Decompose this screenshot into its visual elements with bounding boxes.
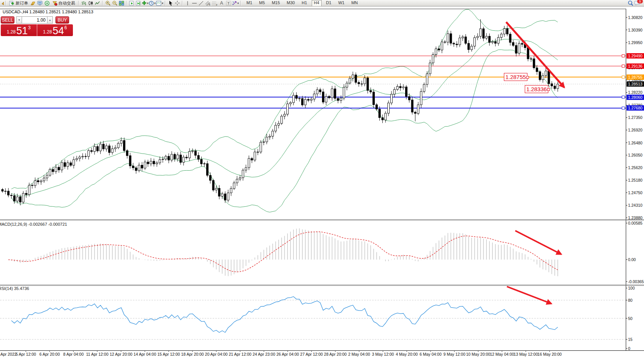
buy-button[interactable]: BUY	[55, 16, 69, 24]
candlestick-chart-icon[interactable]	[87, 0, 94, 6]
trend-arrow-rsi[interactable]	[507, 287, 551, 304]
autotrade-label: 自动交易	[58, 0, 75, 6]
rsi-line	[11, 297, 558, 333]
time-axis-label: 5 Apr 12:00	[16, 352, 36, 356]
timeframe-h1[interactable]: H1	[299, 0, 309, 6]
timeframe-mn[interactable]: MN	[349, 0, 360, 6]
vertical-line-icon[interactable]	[184, 0, 191, 6]
separator	[165, 1, 166, 6]
time-axis-label: 11 Apr 12:00	[86, 352, 109, 356]
gold-icon[interactable]	[30, 0, 36, 6]
autotrade-button[interactable]: 自动交易	[51, 0, 77, 6]
trendline-icon[interactable]	[198, 0, 204, 6]
line-handle[interactable]	[622, 76, 625, 78]
chart-canvas	[0, 0, 644, 358]
axis-tick-label: 0.00585	[628, 221, 642, 225]
separator	[5, 1, 6, 6]
volume-input[interactable]	[22, 16, 47, 24]
time-axis-label: 4 May 20:00	[396, 352, 418, 356]
timeframe-m5[interactable]: M5	[257, 0, 267, 6]
chat-icon[interactable]: 1	[634, 0, 641, 6]
axis-tick-label: 1.26920	[628, 128, 642, 132]
triangle-up-icon: ▲	[49, 19, 51, 21]
shapes-icon[interactable]: ▾	[232, 0, 239, 6]
sell-price[interactable]: 1.28513	[1, 24, 37, 36]
buy-price[interactable]: 1.28546	[37, 24, 73, 36]
axis-tick-label: 80	[628, 298, 633, 303]
crosshair-icon[interactable]	[174, 0, 180, 6]
new-order-icon	[9, 1, 14, 6]
indicators-add-icon[interactable]: ▾	[142, 0, 148, 6]
axis-tick-label: 1.30820	[628, 15, 642, 20]
time-axis-label: 8 Apr 04:00	[63, 352, 84, 356]
time-axis-label: Apr 2022	[0, 352, 17, 356]
trend-arrows[interactable]	[506, 22, 564, 304]
timeframe-d1[interactable]: D1	[324, 0, 334, 6]
timeframe-h4[interactable]: H4	[312, 0, 322, 6]
terminal-icon[interactable]	[37, 0, 43, 6]
sell-button[interactable]: SELL	[1, 16, 14, 24]
timeframe-m30[interactable]: M30	[284, 0, 297, 6]
fibonacci-icon[interactable]: E	[205, 0, 211, 6]
timeframe-switcher: M1M5M15M30H1H4D1W1MN	[244, 0, 360, 6]
pane-frames	[0, 9, 644, 351]
axis-tick-label: 1.26050	[628, 153, 642, 157]
volume-increase-button[interactable]: ▲	[47, 16, 53, 24]
tile-windows-icon[interactable]	[118, 0, 125, 6]
triangle-down-icon: ▼	[18, 19, 21, 21]
clipped-icon[interactable]	[1, 0, 4, 6]
horizontal-line-icon[interactable]	[191, 0, 197, 6]
text-label-icon[interactable]: T	[225, 0, 232, 6]
line-chart-icon[interactable]	[94, 0, 101, 6]
price-lines[interactable]	[0, 54, 626, 109]
price-axis: 1.308201.303901.299501.290801.286501.282…	[627, 0, 644, 358]
cursor-icon[interactable]	[167, 0, 174, 6]
timeframe-m15[interactable]: M15	[270, 0, 282, 6]
zoom-in-icon[interactable]	[104, 0, 111, 6]
axis-price-box: 1.27680	[627, 105, 644, 111]
svg-text:E: E	[209, 3, 210, 6]
axis-tick-label: -0.003652	[628, 279, 644, 284]
chevron-down-icon: ▾	[147, 2, 148, 5]
price-annotation[interactable]: 1.28755	[504, 73, 527, 81]
svg-text:F: F	[216, 4, 218, 6]
search-icon[interactable]	[627, 0, 634, 6]
axis-price-box: 1.28755	[627, 74, 644, 80]
axis-price-box: 1.29490	[627, 53, 644, 59]
periods-clock-icon[interactable]: ▾	[149, 0, 156, 6]
trend-arrow-macd[interactable]	[515, 231, 561, 254]
volume-decrease-button[interactable]: ▼	[16, 16, 22, 24]
bar-chart-icon[interactable]	[80, 0, 87, 6]
separator	[240, 1, 241, 6]
timeframe-m1[interactable]: M1	[244, 0, 254, 6]
chevron-down-icon: ▾	[154, 2, 156, 5]
axis-price-box: 1.28513	[627, 81, 644, 87]
time-axis-label: 26 Apr 04:00	[276, 352, 299, 356]
chart-profile-icon[interactable]	[128, 0, 135, 6]
zoom-out-icon[interactable]	[111, 0, 118, 6]
chart-next-icon[interactable]	[135, 0, 142, 6]
time-axis-label: 10 May 20:00	[466, 352, 490, 356]
line-handle[interactable]	[622, 96, 625, 98]
fibonacci-channel-icon[interactable]: F	[212, 0, 218, 6]
line-handle[interactable]	[622, 54, 625, 57]
time-axis-label: 15 Apr 12:00	[157, 352, 180, 356]
one-click-controls: SELL ▼ ▲ BUY	[1, 16, 73, 24]
price-annotation[interactable]: 1.28336	[525, 85, 548, 93]
chevron-down-icon: ▾	[162, 2, 163, 5]
templates-icon[interactable]: ▾	[156, 0, 163, 6]
timeframe-w1[interactable]: W1	[336, 0, 347, 6]
sell-price-sup: 3	[28, 25, 31, 30]
line-handle[interactable]	[622, 65, 625, 67]
time-axis-label: 21 Apr 12:00	[229, 352, 252, 356]
axis-tick-label: 1.25180	[628, 178, 642, 182]
sell-price-small: 1.28	[7, 29, 16, 35]
axis-tick-label: 1.24310	[628, 203, 642, 208]
text-icon[interactable]: A	[218, 0, 225, 6]
sell-price-big: 51	[16, 26, 28, 36]
line-handle[interactable]	[622, 107, 625, 109]
signals-icon[interactable]	[44, 0, 50, 6]
time-axis-label: 13 May 12:00	[514, 352, 538, 356]
chart-title: USDCAD-,H4 1.28480 1.28521 1.28480 1.285…	[3, 10, 93, 14]
new-order-button[interactable]: 新订单	[8, 0, 30, 6]
